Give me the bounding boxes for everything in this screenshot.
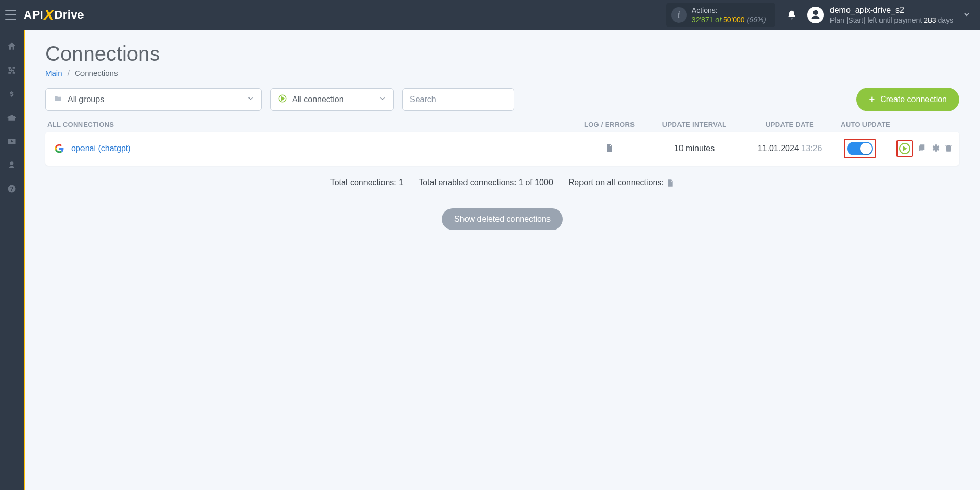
sidebar-item-help[interactable]: ? [0,178,24,199]
summary-enabled: Total enabled connections: 1 of 1000 [419,178,553,187]
summary-report[interactable]: Report on all connections: [569,178,674,188]
actions-total: 50'000 [723,15,745,24]
folder-icon [53,94,62,105]
col-header-name: ALL CONNECTIONS [47,121,571,128]
sidebar-item-home[interactable] [0,36,24,57]
logo[interactable]: API X Drive [24,7,84,23]
bell-icon[interactable] [787,9,797,21]
user-plan: Plan |Start| left until payment 283 days [830,15,953,25]
user-block[interactable]: demo_apix-drive_s2 Plan |Start| left unt… [830,5,953,25]
col-header-log: LOG / ERRORS [571,121,648,128]
actions-of: of [715,15,721,24]
col-header-auto: AUTO UPDATE [839,121,890,128]
sidebar-item-billing[interactable] [0,84,24,104]
sidebar-item-toolbox[interactable] [0,107,24,128]
breadcrumb-current: Connections [75,69,118,77]
avatar-icon[interactable] [807,7,824,23]
actions-text: Actions: 32'871 of 50'000 (66%) [692,6,766,24]
logo-text-x: X [44,7,54,23]
logo-text-drive: Drive [54,8,84,22]
highlight-box-run [896,140,913,157]
summary-row: Total connections: 1 Total enabled conne… [45,178,959,188]
groups-dropdown-label: All groups [68,95,104,104]
svg-marker-4 [903,146,907,151]
log-icon[interactable] [605,143,614,155]
actions-percent: (66%) [746,15,766,24]
actions-used: 32'871 [692,15,713,24]
connection-name-link[interactable]: openai (chatgpt) [71,144,131,153]
report-icon[interactable] [666,178,674,187]
chevron-down-icon[interactable] [962,10,971,20]
sidebar-item-video[interactable] [0,131,24,152]
svg-marker-3 [282,97,285,100]
summary-total: Total connections: 1 [330,178,403,187]
play-circle-icon [278,94,287,105]
chevron-down-icon [379,95,386,104]
menu-icon[interactable] [5,10,16,20]
run-now-button[interactable] [899,143,910,154]
main-content: Connections Main / Connections All group… [25,30,980,490]
actions-usage-box[interactable]: i Actions: 32'871 of 50'000 (66%) [666,3,775,27]
breadcrumb-main[interactable]: Main [45,69,62,77]
gear-icon[interactable] [931,143,940,154]
filters-row: All groups All connection [45,88,959,111]
sidebar-item-account[interactable] [0,155,24,175]
svg-text:?: ? [10,186,14,192]
top-bar: API X Drive i Actions: 32'871 of 50'000 … [0,0,980,30]
user-name: demo_apix-drive_s2 [830,5,953,16]
google-icon [55,144,64,153]
breadcrumb: Main / Connections [45,69,959,77]
logo-text-api: API [24,8,43,22]
status-dropdown-label: All connection [292,95,344,104]
copy-icon[interactable] [917,143,926,154]
search-input-wrapper[interactable] [402,88,514,111]
col-header-date: UPDATE DATE [741,121,839,128]
sidebar: ? [0,30,25,490]
actions-label: Actions: [692,6,766,15]
trash-icon[interactable] [944,143,953,154]
groups-dropdown[interactable]: All groups [45,88,262,111]
show-deleted-button[interactable]: Show deleted connections [442,208,563,230]
plus-icon: + [869,94,875,106]
sidebar-item-connections[interactable] [0,60,24,80]
table-header: ALL CONNECTIONS LOG / ERRORS UPDATE INTE… [45,121,959,128]
status-dropdown[interactable]: All connection [270,88,394,111]
col-header-interval: UPDATE INTERVAL [648,121,741,128]
page-title: Connections [45,42,959,66]
chevron-down-icon [247,95,254,104]
row-date: 11.01.2024 13:26 [741,144,839,153]
create-connection-button[interactable]: + Create connection [856,88,959,111]
create-connection-label: Create connection [880,95,947,104]
info-icon: i [671,7,687,23]
table-row: openai (chatgpt) 10 minutes 11.01.2024 1… [45,132,959,166]
search-input[interactable] [410,95,507,104]
auto-update-toggle[interactable] [847,142,873,155]
row-interval: 10 minutes [648,144,741,153]
highlight-box-toggle [844,139,876,158]
